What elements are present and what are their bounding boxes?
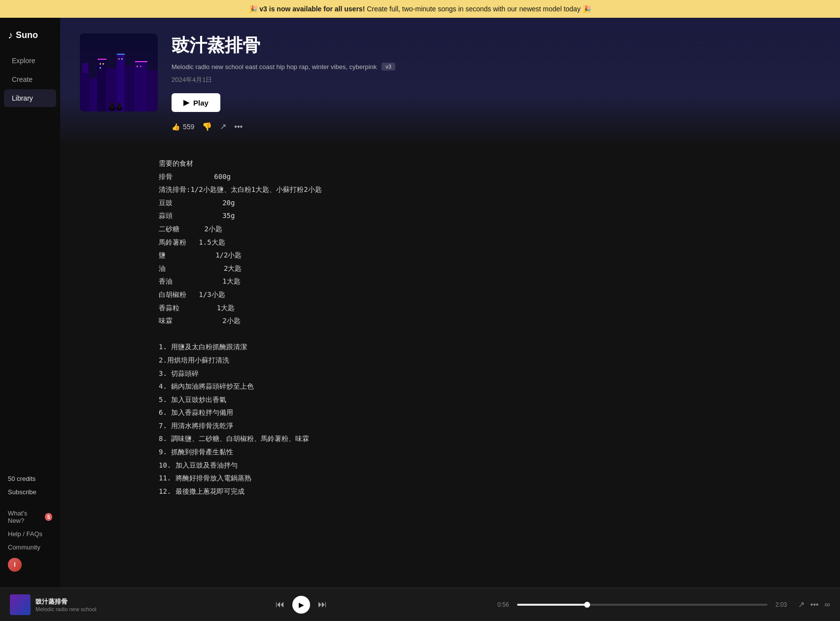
cityscape-svg (80, 34, 158, 111)
play-button[interactable]: ▶ Play (172, 93, 220, 112)
player-controls: ⏮ ▶ ⏭ (116, 596, 487, 614)
next-button[interactable]: ⏭ (318, 599, 327, 610)
sidebar-item-explore[interactable]: Explore (4, 52, 56, 70)
like-count: 559 (183, 123, 194, 131)
sidebar-bottom: 50 credits Subscribe What's New? 5 Help … (0, 468, 60, 580)
version-badge: v3 (382, 63, 395, 71)
svg-rect-12 (135, 61, 147, 62)
player-play-button[interactable]: ▶ (292, 596, 310, 614)
sidebar-nav: Explore Create Library (0, 51, 60, 468)
help-label: Help / FAQs (8, 530, 42, 538)
svg-rect-1 (80, 73, 90, 111)
svg-rect-18 (137, 66, 138, 67)
progress-dot (584, 602, 590, 608)
sidebar-footer-links: What's New? 5 Help / FAQs Community (0, 507, 60, 554)
user-avatar[interactable]: I (8, 558, 22, 572)
thumbs-down-icon[interactable]: 👎 (202, 122, 212, 131)
progress-bar[interactable] (517, 604, 768, 606)
player-time-total: 2:03 (772, 601, 790, 608)
play-label: Play (193, 99, 209, 107)
song-tag-text: Melodic radio new school east coast hip … (172, 63, 377, 71)
logo-text: Suno (16, 30, 38, 40)
player-time-current: 0:56 (494, 601, 512, 608)
player-more-button[interactable]: ••• (810, 600, 819, 609)
progress-fill (517, 604, 587, 606)
sidebar-item-library[interactable]: Library (4, 89, 56, 107)
song-thumbnail (80, 34, 158, 111)
share-icon[interactable]: ↗ (220, 122, 226, 131)
song-title: 豉汁蒸排骨 (172, 34, 820, 58)
song-body: 需要的食材 排骨 600g 清洗排骨:1/2小匙鹽、太白粉1大匙、小蘇打粉2小匙… (60, 147, 504, 517)
top-banner: 🎉 v3 is now available for all users! Cre… (0, 0, 840, 18)
player-right-icons: ↗ ••• ∞ (798, 600, 830, 609)
like-button[interactable]: 👍 559 (172, 123, 194, 131)
svg-rect-6 (117, 53, 125, 111)
svg-rect-19 (140, 66, 141, 67)
song-tags: Melodic radio new school east coast hip … (172, 63, 820, 71)
prev-button[interactable]: ⏮ (276, 599, 284, 610)
player-right: ↗ ••• ∞ (798, 600, 830, 609)
svg-rect-13 (100, 63, 101, 65)
svg-rect-11 (117, 54, 125, 55)
song-date: 2024年4月1日 (172, 75, 820, 84)
bottom-player: 豉汁蒸排骨 Melodic radio new school ⏮ ▶ ⏭ 0:5… (0, 587, 840, 621)
svg-rect-7 (125, 66, 135, 111)
player-progress-area: 0:56 2:03 (494, 601, 790, 608)
play-icon: ▶ (183, 98, 189, 107)
player-thumbnail (10, 594, 31, 615)
player-song-title: 豉汁蒸排骨 (35, 597, 97, 606)
subscribe-button[interactable]: Subscribe (0, 485, 60, 499)
sidebar-item-create[interactable]: Create (4, 71, 56, 88)
song-header: 豉汁蒸排骨 Melodic radio new school east coas… (60, 18, 840, 147)
svg-rect-22 (110, 103, 113, 110)
sidebar-item-community[interactable]: Community (0, 541, 60, 554)
sidebar-item-whats-new[interactable]: What's New? 5 (0, 507, 60, 527)
logo-icon: ♪ (8, 30, 13, 41)
sidebar-item-help[interactable]: Help / FAQs (0, 527, 60, 541)
svg-rect-3 (90, 78, 97, 111)
svg-rect-16 (118, 58, 120, 60)
player-song-subtitle: Melodic radio new school (35, 606, 97, 612)
svg-rect-9 (147, 71, 158, 111)
song-info: 豉汁蒸排骨 Melodic radio new school east coas… (172, 34, 820, 131)
whats-new-badge: 5 (45, 513, 52, 521)
svg-rect-14 (103, 63, 104, 65)
banner-bold-text: 🎉 v3 is now available for all users! (249, 5, 365, 13)
song-lyrics: 需要的食材 排骨 600g 清洗排骨:1/2小匙鹽、太白粉1大匙、小蘇打粉2小匙… (159, 157, 484, 498)
svg-rect-23 (118, 103, 121, 110)
player-song-details: 豉汁蒸排骨 Melodic radio new school (35, 597, 97, 612)
banner-rest-text: Create full, two-minute songs in seconds… (367, 5, 591, 13)
svg-rect-17 (121, 58, 123, 60)
sidebar: ♪ Suno Explore Create Library 50 credits… (0, 18, 60, 587)
song-actions: 👍 559 👎 ↗ ••• (172, 122, 820, 131)
credits-text: 50 credits (0, 472, 60, 485)
player-share-button[interactable]: ↗ (798, 600, 805, 609)
svg-rect-8 (135, 61, 147, 111)
svg-rect-2 (82, 63, 88, 73)
thumbs-up-icon: 👍 (172, 123, 180, 131)
logo: ♪ Suno (0, 26, 60, 51)
community-label: Community (8, 544, 40, 551)
main-content: 豉汁蒸排骨 Melodic radio new school east coas… (60, 18, 840, 587)
thumbnail-art (80, 34, 158, 111)
svg-rect-10 (98, 59, 106, 60)
more-options-icon[interactable]: ••• (234, 122, 243, 131)
svg-rect-15 (100, 67, 101, 69)
player-loop-button[interactable]: ∞ (825, 600, 830, 609)
whats-new-label: What's New? (8, 510, 42, 524)
player-song-info: 豉汁蒸排骨 Melodic radio new school (10, 594, 108, 615)
svg-rect-4 (97, 58, 106, 111)
